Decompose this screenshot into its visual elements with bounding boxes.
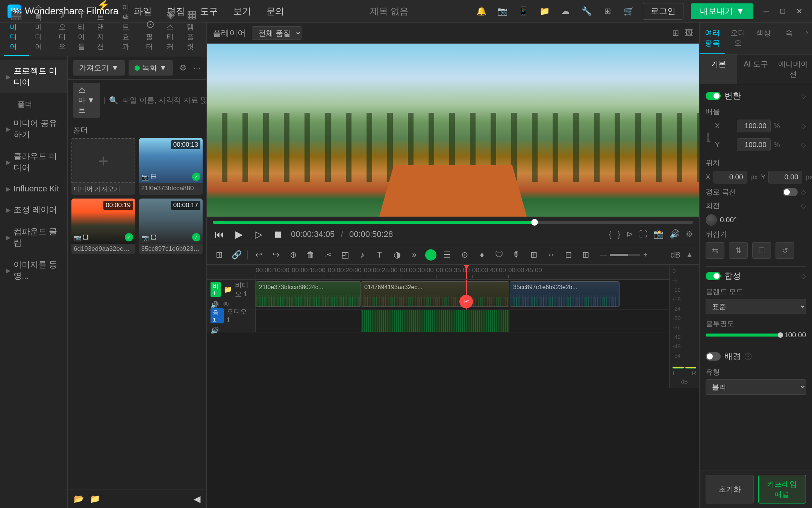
phone-icon[interactable]: 📱 xyxy=(517,5,530,18)
scale-x-input[interactable] xyxy=(737,120,771,132)
tl-icon-2[interactable]: ⊙ xyxy=(458,249,471,261)
shop-icon[interactable]: 🛒 xyxy=(622,5,635,18)
opacity-slider[interactable] xyxy=(706,334,780,337)
video-clip-2[interactable]: 0147694193aa32ec... xyxy=(361,281,509,307)
add-marker-icon[interactable]: ⊕ xyxy=(287,249,300,261)
tab-stock-media[interactable]: 🎞 스톡 미디어 xyxy=(29,0,53,56)
collapse-panel-icon[interactable]: ◀ xyxy=(194,494,200,504)
redo-button[interactable]: ↪ xyxy=(270,249,282,261)
transform-toggle[interactable] xyxy=(706,92,721,100)
path-keyframe[interactable]: ◇ xyxy=(801,188,806,196)
cloud-icon[interactable]: ☁ xyxy=(559,5,572,18)
flip-v-button[interactable]: ⇅ xyxy=(729,242,748,259)
effect-button[interactable]: ◑ xyxy=(391,249,403,261)
tl-icon-7[interactable]: ↔ xyxy=(545,249,557,261)
settings-ctrl-icon[interactable]: ⚙ xyxy=(686,229,693,239)
apps-icon[interactable]: ⊞ xyxy=(601,5,614,18)
search-input[interactable] xyxy=(122,96,206,105)
tree-item-influence-kit[interactable]: ▶ Influence Kit xyxy=(0,179,67,199)
media-clip-1[interactable]: 00:00:13 📷 🎞 ✓ 21f0e373bfcca88024c... xyxy=(139,138,203,195)
path-toggle[interactable] xyxy=(783,188,798,196)
play-alt-button[interactable]: ▷ xyxy=(252,227,265,241)
timeline-link-icon[interactable]: 🔗 xyxy=(230,249,243,261)
timeline-grid-icon[interactable]: ⊞ xyxy=(213,249,226,261)
stop-button[interactable]: ⏹ xyxy=(271,227,285,241)
text-button[interactable]: T xyxy=(373,249,386,261)
tree-item-media-share[interactable]: ▶ 미디어 공유하기 xyxy=(0,112,67,146)
reset-button[interactable]: 초기화 xyxy=(706,475,754,503)
login-button[interactable]: 로그인 xyxy=(643,3,683,20)
tab-color[interactable]: 색상 xyxy=(751,23,776,54)
quality-select[interactable]: 전체 품질 1/2 품질 1/4 품질 xyxy=(252,26,301,40)
filter-settings-icon[interactable]: ⚙ xyxy=(179,63,187,73)
settings-icon[interactable]: 🔧 xyxy=(580,5,593,18)
media-clip-2[interactable]: 00:00:19 📷 🎞 ✓ 6d193ed9aa32ec096a... xyxy=(71,199,135,254)
tab-effects[interactable]: ✦ 이팩트 효과 xyxy=(116,0,140,56)
maximize-button[interactable]: □ xyxy=(777,6,788,17)
folder-track-icon[interactable]: 📁 xyxy=(224,285,232,294)
delete-button[interactable]: 🗑 xyxy=(304,249,317,261)
tree-item-cloud[interactable]: ▶ 클라우드 미디어 xyxy=(0,146,67,179)
video-clip-1[interactable]: 21f0e373bfcca88024c... xyxy=(256,281,361,307)
volume-icon[interactable]: 🔊 xyxy=(670,229,680,239)
rotation-keyframe[interactable]: ◇ xyxy=(801,202,806,210)
tab-audio[interactable]: ♪ 오디오 xyxy=(53,5,72,56)
transform-keyframe-icon[interactable]: ◇ xyxy=(801,92,806,100)
grid-view-icon[interactable]: ⊞ xyxy=(672,28,679,38)
tab-template[interactable]: ▦ 템플릿 xyxy=(181,5,203,56)
import-button[interactable]: 가져오기 ▼ xyxy=(73,60,125,76)
more-button[interactable]: » xyxy=(408,249,421,261)
folder-icon[interactable]: 📁 xyxy=(538,5,551,18)
tree-item-image-video[interactable]: ▶ 이미지를 동영... xyxy=(0,254,67,287)
undo-button[interactable]: ↩ xyxy=(252,249,265,261)
tl-icon-1[interactable]: ☰ xyxy=(441,249,454,261)
flip-reset-button[interactable]: ↺ xyxy=(776,242,794,259)
fullscreen-icon[interactable]: ⛶ xyxy=(639,229,647,239)
media-import-item[interactable]: + 미디어 가져오기 xyxy=(71,138,135,195)
menu-view[interactable]: 보기 xyxy=(233,5,251,17)
media-clip-3[interactable]: 00:00:17 📷 🎞 ✓ 35cc897c1e6b923e2b... xyxy=(139,199,203,254)
blend-toggle[interactable] xyxy=(706,272,721,280)
mark-in-icon[interactable]: { xyxy=(609,229,611,239)
tab-sticker[interactable]: ◈ 스티커 xyxy=(161,5,181,56)
pos-x-input[interactable] xyxy=(714,171,747,183)
audio-btn[interactable]: ♪ xyxy=(356,249,369,261)
camera-icon[interactable]: 📷 xyxy=(495,5,509,18)
menu-help[interactable]: 문의 xyxy=(266,5,284,17)
scale-x-keyframe[interactable]: ◇ xyxy=(801,122,806,130)
skip-back-button[interactable]: ⏮ xyxy=(213,227,226,241)
tab-multiple[interactable]: 여러 항목 xyxy=(700,23,725,54)
rotation-knob[interactable] xyxy=(706,214,717,226)
zoom-in-icon[interactable]: + xyxy=(643,250,648,259)
keyframe-panel-button[interactable]: 키프레임 패널 xyxy=(758,475,806,503)
tab-audio-prop[interactable]: 오디오 xyxy=(725,23,751,54)
scale-y-keyframe[interactable]: ◇ xyxy=(801,141,806,149)
close-button[interactable]: ✕ xyxy=(794,6,804,17)
notification-icon[interactable]: 🔔 xyxy=(474,5,488,18)
folder-new-icon[interactable]: 📁 xyxy=(90,494,100,504)
tl-icon-8[interactable]: ⊟ xyxy=(562,249,575,261)
tree-item-adjustment[interactable]: ▶ 조정 레이어 xyxy=(0,199,67,221)
folder-add-icon[interactable]: 📂 xyxy=(74,494,84,504)
minimize-button[interactable]: ─ xyxy=(761,6,771,17)
scale-y-input[interactable] xyxy=(737,138,771,151)
progress-bar[interactable] xyxy=(213,221,693,224)
tab-transition[interactable]: ⚡ 트랜지션 xyxy=(91,0,116,56)
video-track-content[interactable]: 21f0e373bfcca88024c... 0147694193aa32ec.… xyxy=(256,280,669,309)
record-circle[interactable] xyxy=(425,249,436,261)
audio-mute-icon[interactable]: 🔊 xyxy=(211,326,219,335)
blend-mode-select[interactable]: 표준 곱하기 스크린 xyxy=(706,299,806,314)
flip-x-button[interactable]: ☐ xyxy=(752,242,771,259)
more-options-icon[interactable]: ⋯ xyxy=(193,63,201,73)
meter-collapse-icon[interactable]: ▲ xyxy=(686,250,693,259)
background-info-icon[interactable]: ? xyxy=(745,353,751,360)
subtab-animation[interactable]: 애니메이션 xyxy=(774,55,812,84)
tl-icon-5[interactable]: 🎙 xyxy=(510,249,523,261)
crop-button[interactable]: ◰ xyxy=(339,249,351,261)
tab-more-icon[interactable]: › xyxy=(802,23,812,54)
tree-item-project-media[interactable]: ▶ 프로젝트 미디어 xyxy=(0,60,67,93)
tab-media[interactable]: 🎬 미디어 xyxy=(4,5,29,56)
audio-clip[interactable] xyxy=(361,310,509,332)
tl-icon-6[interactable]: ⊞ xyxy=(527,249,540,261)
smart-button[interactable]: 스마트 ▼ xyxy=(73,83,100,118)
